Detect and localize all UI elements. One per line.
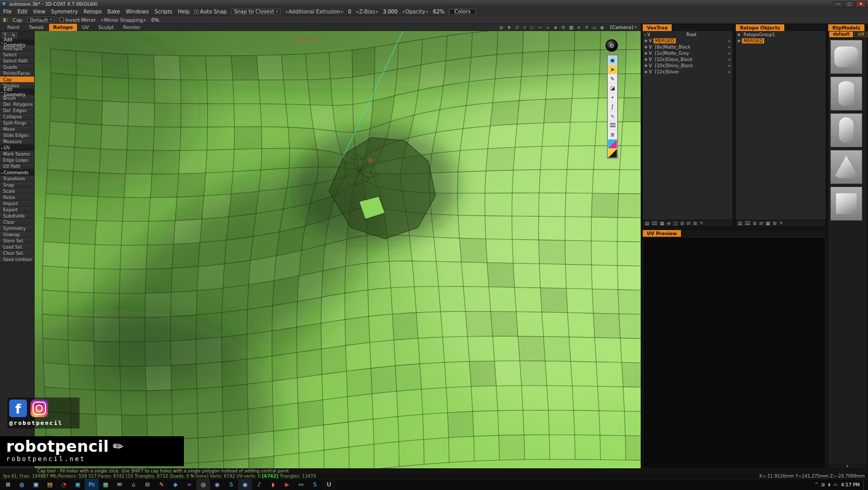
store-taskbar-icon[interactable]: ⌂	[127, 479, 141, 490]
file-explorer-taskbar-icon[interactable]: ▤	[43, 479, 57, 490]
sidebar-item-del-polygons[interactable]: Del. Polygons	[0, 101, 34, 108]
grid-icon[interactable]: ▦	[568, 25, 574, 30]
sidebar-item-cap[interactable]: Cap	[0, 76, 34, 83]
add-layer-icon[interactable]: +	[727, 38, 731, 43]
eye-icon[interactable]: ◉	[608, 56, 617, 65]
sidebar-group-add-geometry[interactable]: ▾Add Geometry	[0, 39, 34, 45]
camera-dropdown[interactable]: [Camera] ▾	[610, 24, 637, 30]
mirror-snapping-value[interactable]: 0%	[151, 17, 159, 23]
chrome-taskbar-icon[interactable]: ◔	[57, 479, 71, 490]
voxtree-footer-icon-7[interactable]: ⊞	[693, 221, 698, 226]
tray-expand-icon[interactable]: ^	[815, 482, 818, 487]
sidebar-item-move[interactable]: Move	[0, 126, 34, 132]
add-layer-icon[interactable]: +	[727, 44, 731, 50]
gem-icon[interactable]: ◈	[553, 25, 559, 30]
caret-down-icon[interactable]: ▾	[644, 33, 646, 37]
tray-network-icon[interactable]: ▥	[821, 482, 825, 487]
retopo-footer-icon-3[interactable]: ⇄	[759, 221, 763, 226]
sidebar-item-export[interactable]: Export	[0, 207, 34, 213]
sidebar-item-relax[interactable]: Relax	[0, 194, 34, 201]
rtpmodels-tab-old[interactable]: old	[854, 32, 867, 37]
dot-icon[interactable]: •	[608, 93, 617, 102]
vscode-taskbar-icon[interactable]: ◆	[168, 479, 182, 490]
voxtree-row-10x-shiny-black[interactable]: ●V[10x]Shiny_Black+	[643, 63, 733, 69]
menu-windows[interactable]: Windows	[126, 9, 149, 14]
visual-studio-taskbar-icon[interactable]: ∞	[182, 479, 196, 490]
voxtree-footer-icon-4[interactable]: ◫	[673, 221, 678, 226]
retopo-objects-tab[interactable]: Retopo Objects	[736, 24, 784, 31]
swatch-yellow-black[interactable]	[608, 149, 617, 158]
unreal-taskbar-icon[interactable]: U	[322, 479, 336, 490]
voxtree-footer-icon-5[interactable]: ≣	[680, 221, 684, 226]
photos-taskbar-icon[interactable]: ▣	[71, 479, 85, 490]
spinner-right-icon[interactable]: ▸	[144, 18, 146, 22]
visibility-icon[interactable]: V	[649, 51, 652, 56]
retopo-footer-icon-0[interactable]: ▤	[738, 221, 742, 226]
krita-taskbar-icon[interactable]: ✎	[154, 479, 168, 490]
play-icon[interactable]: ▷	[530, 25, 535, 30]
sidebar-item-transform[interactable]: Transform	[0, 176, 34, 182]
display-settings-taskbar-icon[interactable]: ▭	[294, 479, 308, 490]
colors-button[interactable]: Colors	[449, 9, 475, 15]
model-thumb-capsule[interactable]	[830, 113, 862, 147]
cursor-icon[interactable]: ➤	[608, 65, 617, 74]
invert-mirror-checkbox[interactable]: ✓ Invert Mirror	[59, 17, 96, 23]
visibility-icon[interactable]: V	[649, 57, 652, 62]
retopo-footer-icon-2[interactable]: ≣	[753, 221, 757, 226]
sidebar-item-quads[interactable]: Quads	[0, 64, 34, 70]
start-taskbar-icon[interactable]: ⊞	[1, 479, 15, 490]
skype-taskbar-icon[interactable]: S	[224, 479, 238, 490]
menu-bake[interactable]: Bake	[107, 9, 120, 14]
photoshop-taskbar-icon[interactable]: Ps	[85, 479, 99, 490]
sidebar-item-select[interactable]: Select	[0, 52, 34, 58]
discord-taskbar-icon[interactable]: ◉	[210, 479, 224, 490]
visibility-icon[interactable]: V	[649, 70, 652, 74]
sidebar-item-store-sel[interactable]: Store Sel.	[0, 238, 34, 244]
sidebar-item-clear-sel[interactable]: Clear Sel.	[0, 250, 34, 256]
close-button[interactable]: ✕	[856, 1, 866, 7]
z-bias-spinner[interactable]: ◂ Z-Bias ▸	[356, 9, 378, 14]
retopo-footer-icon-1[interactable]: ⌧	[745, 221, 750, 226]
mail-taskbar-icon[interactable]: ✉	[113, 479, 127, 490]
layers-icon[interactable]: ≣	[608, 130, 617, 139]
sidebar-item-unwrap[interactable]: Unwrap	[0, 232, 34, 238]
angle-icon[interactable]: ∢	[584, 25, 590, 30]
spinner-right-icon[interactable]: ▸	[342, 9, 344, 14]
mirror-snapping-spinner[interactable]: ◂ Mirror Snapping ▸	[101, 17, 146, 23]
minimize-button[interactable]: —	[833, 1, 843, 7]
voxtree-tab[interactable]: VoxTree	[643, 24, 672, 31]
ghost-icon[interactable]: ◍	[499, 25, 504, 30]
spinner-left-icon[interactable]: ◂	[101, 18, 103, 22]
spinner-right-icon[interactable]: ▸	[426, 9, 428, 14]
opacity-value[interactable]: 62%	[433, 9, 444, 14]
steam-taskbar-icon[interactable]: ◉	[238, 479, 252, 490]
sidebar-item-load-sel[interactable]: Load Sel.	[0, 244, 34, 250]
snap-icon[interactable]: ∗	[576, 25, 582, 30]
fl-studio-taskbar-icon[interactable]: ♪	[252, 479, 266, 490]
voxtree-footer-icon-3[interactable]: ⊕	[667, 221, 671, 226]
menu-symmetry[interactable]: Symmetry	[51, 9, 78, 14]
menu-view[interactable]: View	[33, 9, 45, 14]
rtpmodels-scroll-down[interactable]: ▾	[828, 464, 866, 469]
target-icon[interactable]: ◉	[599, 25, 605, 30]
sidebar-item-save-contour[interactable]: Save contour	[0, 256, 34, 263]
voxtree-footer-icon-2[interactable]: ▦	[660, 221, 664, 226]
voxtree-footer-icon-0[interactable]: ▤	[645, 221, 649, 226]
sidebar-group-commands[interactable]: ▾Commands	[0, 170, 34, 176]
sidebar-item-points-faces[interactable]: Points/Faces	[0, 70, 34, 76]
add-layer-icon[interactable]: +	[727, 51, 731, 56]
tab-retopo[interactable]: Retopo	[49, 24, 77, 31]
voxtree-row-1x-matte-grey[interactable]: ●V[1x]Matte_Grey+	[643, 50, 733, 56]
visibility-icon[interactable]: V	[649, 39, 652, 43]
search-taskbar-icon[interactable]: ◍	[15, 479, 29, 490]
voxtree-root-row[interactable]: ▾ V Root	[643, 32, 733, 38]
sidebar-item-select-path[interactable]: Select Path	[0, 58, 34, 64]
retopo-row-retopogroup1[interactable]: ●RetopoGroup1	[736, 32, 826, 38]
model-thumb-cube[interactable]	[830, 187, 862, 221]
additional-extrusion-value[interactable]: 0	[348, 9, 351, 14]
visibility-icon[interactable]: V	[647, 33, 650, 37]
sidebar-group-edit-geometry[interactable]: ▾Edit Geometry	[0, 89, 34, 95]
voxtree-row-12x-gloss-black[interactable]: ●V[12x]Gloss_Black+	[643, 56, 733, 63]
add-layer-icon[interactable]: +	[727, 63, 731, 68]
sidebar-group-uv[interactable]: ▾UV	[0, 145, 34, 151]
